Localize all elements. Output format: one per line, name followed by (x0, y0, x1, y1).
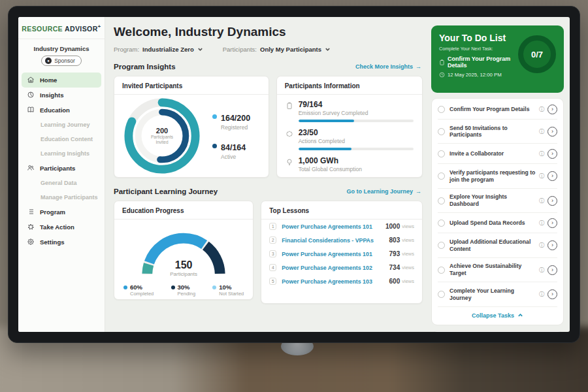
active-label: Active (221, 154, 246, 160)
section-title: Participant Learning Journey (114, 188, 218, 195)
task-checkbox[interactable] (438, 267, 445, 274)
info-icon[interactable]: ⓘ (539, 197, 544, 204)
info-icon[interactable]: ⓘ (539, 172, 544, 180)
go-to-learning-journey-link[interactable]: Go to Learning Journey → (346, 188, 421, 195)
task-open-button[interactable]: › (547, 289, 557, 299)
lesson-row[interactable]: 2 Financial Considerations - VPPAs 803 v… (261, 233, 422, 247)
registered-value: 164/200 (221, 114, 250, 123)
sidebar-item-take-action[interactable]: Take Action (18, 220, 105, 235)
info-icon[interactable]: ⓘ (539, 220, 544, 227)
completed-pct: 60% (130, 284, 142, 291)
task-checkbox[interactable] (438, 128, 445, 135)
lesson-row[interactable]: 4 Power Purchase Agreements 102 734 view… (261, 261, 422, 274)
sidebar-item-general-data[interactable]: General Data (18, 176, 105, 190)
sidebar-item-insights[interactable]: Insights (18, 88, 105, 103)
participants-dropdown[interactable]: Participants: Only My Participants (223, 46, 331, 53)
task-checkbox[interactable] (438, 197, 445, 204)
task-open-button[interactable]: › (547, 218, 557, 228)
task-checkbox[interactable] (438, 220, 445, 227)
sidebar-item-home[interactable]: Home (22, 73, 101, 88)
task-checkbox[interactable] (438, 150, 445, 157)
todo-due-label: 12 May 2025, 12:00 PM (448, 72, 502, 78)
invited-participants-card: Invited Participants 200 (114, 76, 269, 178)
lesson-link[interactable]: Power Purchase Agreements 101 (282, 223, 385, 230)
lesson-link[interactable]: Power Purchase Agreements 101 (282, 251, 389, 257)
sidebar-item-label: Insights (40, 91, 63, 99)
info-icon[interactable]: ⓘ (539, 291, 544, 298)
lesson-link[interactable]: Financial Considerations - VPPAs (282, 237, 389, 244)
program-dropdown[interactable]: Program: Industrialize Zero (114, 46, 203, 53)
lesson-row[interactable]: 1 Power Purchase Agreements 101 1000 vie… (261, 220, 422, 233)
completed-label: Completed (130, 291, 154, 297)
task-row[interactable]: Verify participants requesting to join t… (438, 164, 557, 188)
check-badge-icon (286, 130, 293, 138)
task-open-button[interactable]: › (547, 240, 557, 250)
sidebar-nav: Home Insights Education Learning Journey… (18, 73, 105, 250)
lesson-rank: 5 (269, 278, 276, 285)
page-title: Welcome, Industry Dynamics (114, 25, 423, 39)
program-filter-label: Program: (114, 46, 139, 53)
task-row[interactable]: Explore Your Insights Dashboard ⓘ › (438, 189, 557, 213)
card-title: Invited Participants (114, 76, 269, 95)
clipboard-icon (439, 59, 445, 65)
task-open-button[interactable]: › (547, 127, 557, 137)
sidebar-item-participants[interactable]: Participants (18, 161, 105, 176)
lesson-row[interactable]: 5 Power Purchase Agreements 103 600 view… (261, 274, 422, 288)
link-label: Check More Insights (355, 63, 413, 70)
task-checkbox[interactable] (438, 242, 445, 249)
sidebar-item-settings[interactable]: Settings (18, 235, 105, 250)
lesson-views: 734 (389, 264, 400, 271)
views-suffix: views (402, 237, 414, 243)
lesson-link[interactable]: Power Purchase Agreements 102 (282, 265, 389, 271)
legend-pending: 30% Pending (171, 284, 196, 297)
sidebar-item-label: Participants (40, 165, 75, 172)
task-open-button[interactable]: › (547, 171, 557, 181)
collapse-tasks-link[interactable]: Collapse Tasks (438, 307, 557, 324)
sidebar-item-learning-insights[interactable]: Learning Insights (18, 146, 105, 161)
task-checkbox[interactable] (438, 291, 445, 298)
lesson-views: 793 (389, 250, 400, 257)
task-row[interactable]: Invite a Collaborator ⓘ › (438, 144, 557, 164)
info-icon[interactable]: ⓘ (539, 242, 544, 249)
task-row[interactable]: Complete Your Learning Journey ⓘ › (438, 282, 557, 306)
task-row[interactable]: Confirm Your Program Details ⓘ › (438, 99, 557, 120)
check-more-insights-link[interactable]: Check More Insights → (355, 63, 421, 70)
info-icon[interactable]: ⓘ (539, 106, 544, 113)
task-open-button[interactable]: › (547, 265, 557, 275)
sidebar-item-manage-participants[interactable]: Manage Participants (18, 190, 105, 204)
sidebar: RESOURCE ADVISOR+ Industry Dynamics ● Sp… (18, 17, 105, 332)
task-open-button[interactable]: › (547, 105, 557, 114)
stat-label: Total Global Consumption (299, 166, 414, 172)
participants-filter-label: Participants: (223, 46, 257, 53)
todo-next-task: Confirm Your Program Details (439, 56, 514, 69)
task-label: Explore Your Insights Dashboard (449, 193, 536, 207)
info-icon[interactable]: ⓘ (539, 150, 544, 157)
task-row[interactable]: Send 50 Invitations to Participants ⓘ › (438, 120, 557, 144)
task-row[interactable]: Upload Additional Educational Content ⓘ … (438, 233, 557, 257)
task-open-button[interactable]: › (547, 149, 557, 159)
task-checkbox[interactable] (438, 106, 445, 113)
task-row[interactable]: Achieve One Sustainability Target ⓘ › (438, 258, 557, 282)
actions-completed-stat: 23/50 Actions Completed (286, 128, 414, 150)
lesson-link[interactable]: Power Purchase Agreements 103 (282, 278, 389, 285)
sponsor-badge[interactable]: ● Sponsor (41, 56, 82, 66)
program-filter-value: Industrialize Zero (142, 46, 194, 53)
not-started-pct: 10% (219, 284, 231, 291)
chevron-up-icon (517, 312, 523, 318)
task-open-button[interactable]: › (547, 196, 557, 206)
task-row[interactable]: Upload Spend Data Records ⓘ › (438, 213, 557, 233)
sidebar-item-education[interactable]: Education (18, 103, 105, 118)
task-label: Upload Additional Educational Content (449, 238, 536, 252)
task-checkbox[interactable] (438, 172, 445, 180)
info-icon[interactable]: ⓘ (539, 267, 544, 274)
lesson-row[interactable]: 3 Power Purchase Agreements 101 793 view… (261, 247, 422, 261)
arrow-right-icon: → (416, 188, 421, 195)
sidebar-item-program[interactable]: Program (18, 204, 105, 220)
section-title: Program Insights (114, 63, 176, 71)
task-label: Invite a Collaborator (449, 150, 536, 157)
sidebar-item-learning-journey[interactable]: Learning Journey (18, 118, 105, 132)
sidebar-item-education-content[interactable]: Education Content (18, 132, 105, 146)
stat-label: Actions Completed (299, 138, 414, 144)
invited-donut-chart: 200 Participants Invited (123, 97, 201, 174)
info-icon[interactable]: ⓘ (539, 128, 544, 135)
